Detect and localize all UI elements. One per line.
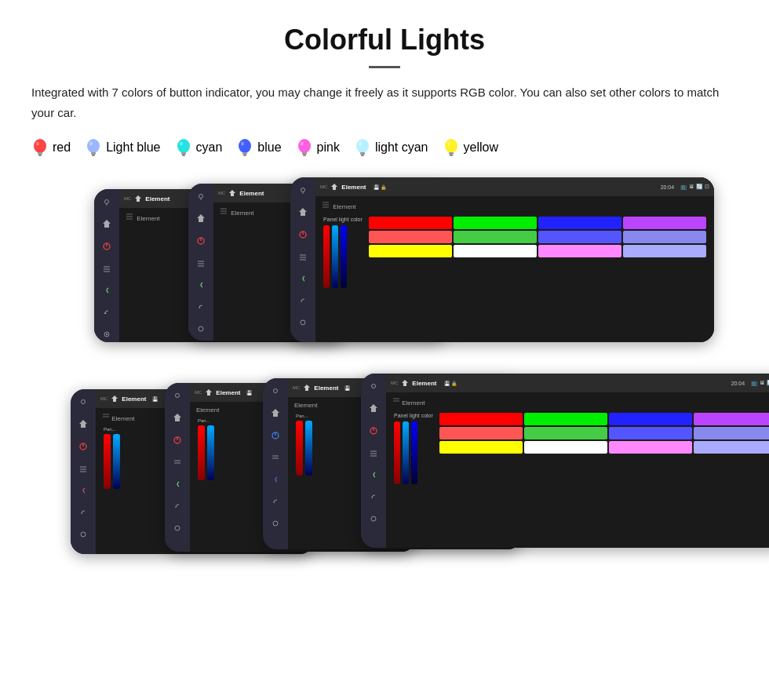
color-cell-1[interactable] [454, 217, 537, 229]
svg-point-4 [87, 139, 100, 153]
cc-b4-2[interactable] [609, 413, 692, 425]
title-divider [369, 66, 400, 68]
back-icon-b4[interactable] [370, 468, 377, 482]
cc-b4-0[interactable] [439, 413, 523, 425]
svg-marker-89 [272, 409, 279, 417]
menu-icon-b2[interactable] [173, 455, 181, 469]
blue-sl-b2[interactable] [207, 425, 214, 480]
power-icon-b4[interactable] [370, 424, 377, 438]
power-icon-2[interactable] [197, 234, 205, 248]
color-cell-8[interactable] [369, 245, 452, 257]
svg-marker-104 [402, 380, 408, 386]
screen-b4: MC Element 💾 🔒 20:04 📺 🖥 🔄 ⊡ Element Pan… [386, 374, 769, 548]
svg-point-96 [372, 385, 376, 388]
red-sl-b2[interactable] [198, 425, 205, 480]
color-cell-2[interactable] [538, 217, 621, 229]
back-icon-3[interactable] [299, 272, 307, 286]
color-cell-10[interactable] [538, 245, 621, 257]
color-cell-9[interactable] [454, 245, 537, 257]
screen-3: MC Element 💾 🔒 20:04 📺 🖥 🔄 ⊡ Element [315, 177, 714, 342]
red-slider[interactable] [323, 225, 330, 288]
color-label-yellow: yellow [443, 137, 498, 159]
undo-icon-3[interactable] [299, 293, 307, 308]
cc-b4-7[interactable] [694, 427, 769, 439]
undo-icon-2[interactable] [197, 300, 205, 314]
power-icon-b2[interactable] [173, 433, 181, 447]
red-slider-b4[interactable] [394, 421, 400, 484]
svg-rect-21 [360, 152, 365, 155]
cc-b4-10[interactable] [609, 441, 692, 454]
cc-b4-6[interactable] [609, 427, 692, 439]
fwd-icon-b2[interactable] [173, 521, 181, 535]
topbar-3: MC Element 💾 🔒 20:04 📺 🖥 🔄 ⊡ [315, 177, 714, 196]
svg-point-24 [445, 139, 457, 153]
color-cell-7[interactable] [623, 231, 706, 243]
forward-icon[interactable] [103, 327, 111, 341]
bottom-units-row: MC Element 💾 Element Pan... [31, 374, 738, 570]
back-icon-2[interactable] [197, 278, 205, 292]
menu-icon-3[interactable] [299, 250, 307, 264]
fwd-icon-b1[interactable] [79, 527, 87, 541]
forward-icon-3[interactable] [299, 315, 307, 330]
color-cell-6[interactable] [538, 231, 621, 243]
color-cell-0[interactable] [369, 217, 452, 229]
svg-point-103 [371, 516, 376, 521]
undo-icon-b1[interactable] [79, 505, 87, 520]
cc-b4-4[interactable] [439, 427, 523, 439]
power-icon-b1[interactable] [79, 439, 87, 454]
svg-point-11 [180, 142, 183, 146]
power-icon-3[interactable] [299, 228, 307, 242]
blue-sl-b3[interactable] [305, 421, 312, 476]
cc-b4-5[interactable] [524, 427, 607, 439]
svg-rect-25 [449, 152, 454, 155]
red-sl-b1[interactable] [104, 434, 111, 489]
color-cell-3[interactable] [623, 217, 706, 229]
color-cell-11[interactable] [623, 245, 706, 257]
page-title: Colorful Lights [31, 24, 738, 57]
back-icon-b3[interactable] [272, 472, 279, 487]
blue-slider-b4[interactable] [403, 421, 409, 484]
deep-blue-slider-b4[interactable] [411, 421, 417, 484]
blue-slider[interactable] [332, 225, 338, 288]
menu-icon-2[interactable] [197, 256, 205, 270]
cc-b4-1[interactable] [524, 413, 607, 425]
svg-point-12 [239, 139, 251, 153]
menu-icon-b4[interactable] [370, 446, 377, 460]
color-cell-5[interactable] [454, 231, 537, 243]
home-icon-3 [298, 206, 308, 220]
cc-b4-8[interactable] [439, 441, 523, 454]
color-cell-4[interactable] [369, 231, 452, 243]
svg-point-86 [175, 526, 180, 530]
back-icon-b2[interactable] [173, 477, 181, 491]
svg-marker-38 [106, 334, 108, 336]
cc-b4-9[interactable] [524, 441, 607, 454]
color-name-yellow: yellow [464, 140, 498, 155]
forward-icon-2[interactable] [197, 322, 205, 336]
fwd-icon-b3[interactable] [272, 516, 279, 530]
color-label-red: red [31, 137, 71, 159]
element-label-3: Element [319, 199, 711, 212]
blue-sl-b1[interactable] [113, 434, 120, 489]
cc-b4-3[interactable] [694, 413, 769, 425]
power-icon-b3[interactable] [272, 428, 279, 443]
deep-blue-slider[interactable] [341, 225, 347, 288]
undo-icon-b2[interactable] [173, 499, 181, 513]
cc-b4-11[interactable] [694, 441, 769, 454]
undo-icon[interactable] [103, 305, 111, 319]
red-sl-b3[interactable] [296, 421, 303, 476]
undo-icon-b4[interactable] [370, 490, 377, 504]
power-icon[interactable] [103, 239, 111, 253]
sidebar-3 [290, 177, 315, 342]
menu-icon-b1[interactable] [79, 461, 87, 476]
undo-icon-b3[interactable] [272, 494, 279, 509]
sidebar-b2 [165, 383, 190, 552]
menu-icon-b3[interactable] [272, 450, 279, 465]
svg-rect-10 [182, 155, 185, 156]
menu-icon[interactable] [103, 261, 111, 275]
mic-icon [103, 195, 111, 210]
back-icon[interactable] [103, 283, 111, 297]
home-icon-b1 [78, 417, 88, 432]
svg-rect-26 [450, 155, 453, 156]
back-icon-b1[interactable] [79, 483, 87, 498]
fwd-icon-b4[interactable] [370, 512, 377, 526]
